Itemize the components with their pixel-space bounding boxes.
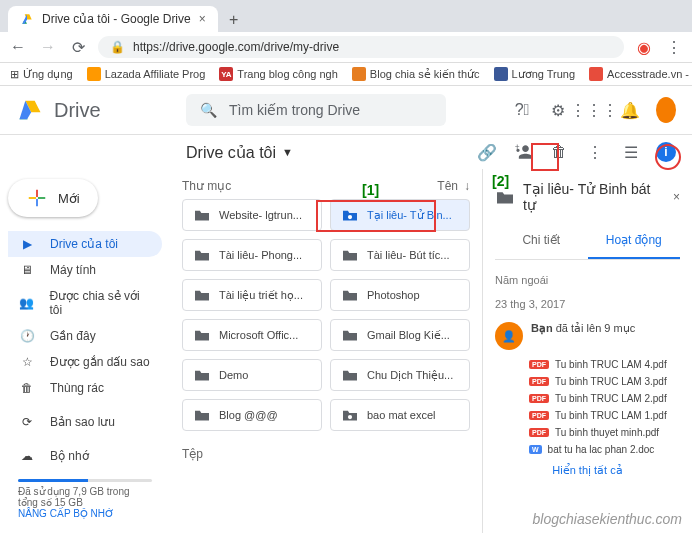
bookmark-icon bbox=[494, 67, 508, 81]
share-button[interactable]: + bbox=[512, 141, 534, 163]
svg-text:+: + bbox=[515, 142, 520, 152]
search-icon: 🔍 bbox=[200, 102, 217, 118]
tab-close-icon[interactable]: × bbox=[199, 12, 206, 26]
details-panel: Tại liêu- Tử Binh bát tự × Chi tiết Hoạt… bbox=[482, 169, 692, 533]
bookmark-icon: YA bbox=[219, 67, 233, 81]
notifications-button[interactable]: 🔔 bbox=[620, 100, 640, 120]
bookmarks-bar: ⊞Ứng dụng Lazada Affiliate Prog YATrang … bbox=[0, 63, 692, 86]
sidebar-item-backup[interactable]: ⟳Bản sao lưu bbox=[8, 409, 162, 435]
bookmark-item[interactable]: Blog chia sẻ kiến thức bbox=[352, 67, 480, 81]
new-button[interactable]: Mới bbox=[8, 179, 98, 217]
storage-info: Đã sử dụng 7,9 GB trong tổng số 15 GB NÂ… bbox=[8, 469, 162, 525]
backup-icon: ⟳ bbox=[18, 415, 36, 429]
sort-button[interactable]: Tên↓ bbox=[437, 179, 470, 193]
folder-item[interactable]: Microsoft Offic... bbox=[182, 319, 322, 351]
activity-file-item[interactable]: PDFTu binh TRUC LAM 4.pdf bbox=[529, 356, 680, 373]
apps-button[interactable]: ⊞Ứng dụng bbox=[10, 68, 73, 81]
watermark: blogchiasekienthuc.com bbox=[533, 511, 682, 527]
folder-item[interactable]: Demo bbox=[182, 359, 322, 391]
file-type-badge: PDF bbox=[529, 394, 549, 403]
plus-icon bbox=[26, 187, 48, 209]
settings-button[interactable]: ⚙ bbox=[548, 100, 568, 120]
chevron-down-icon: ▼ bbox=[282, 146, 293, 158]
activity-file-item[interactable]: PDFTu binh TRUC LAM 2.pdf bbox=[529, 390, 680, 407]
folder-item[interactable]: Website- lgtrun... bbox=[182, 199, 322, 231]
forward-button[interactable]: → bbox=[38, 37, 58, 57]
folder-item[interactable]: Blog @@@ bbox=[182, 399, 322, 431]
close-button[interactable]: × bbox=[673, 190, 680, 204]
bookmark-icon bbox=[87, 67, 101, 81]
activity-file-item[interactable]: Wbat tu ha lac phan 2.doc bbox=[529, 441, 680, 458]
delete-button[interactable]: 🗑 bbox=[548, 141, 570, 163]
folder-icon bbox=[193, 368, 211, 382]
reload-button[interactable]: ⟳ bbox=[68, 37, 88, 57]
upgrade-link[interactable]: NÂNG CẤP BỘ NHỚ bbox=[18, 508, 152, 519]
drive-logo[interactable]: Drive bbox=[16, 96, 166, 124]
folder-item[interactable]: Tài liêu- Phong... bbox=[182, 239, 322, 271]
arrow-down-icon: ↓ bbox=[464, 179, 470, 193]
url-text: https://drive.google.com/drive/my-drive bbox=[133, 40, 339, 54]
drive-header: Drive 🔍 Tìm kiếm trong Drive ?⃝ ⚙ ⋮⋮⋮ 🔔 bbox=[0, 86, 692, 135]
folder-icon bbox=[341, 368, 359, 382]
browser-tab[interactable]: Drive của tôi - Google Drive × bbox=[8, 6, 218, 32]
drive-title: Drive bbox=[54, 99, 101, 122]
activity-date: 23 thg 3, 2017 bbox=[495, 292, 680, 316]
new-tab-button[interactable]: + bbox=[222, 8, 246, 32]
show-all-link[interactable]: Hiển thị tất cả bbox=[495, 458, 680, 483]
sidebar-item-shared[interactable]: 👥Được chia sẻ với tôi bbox=[8, 283, 162, 323]
bookmark-item[interactable]: Lương Trung bbox=[494, 67, 576, 81]
apps-grid-button[interactable]: ⋮⋮⋮ bbox=[584, 100, 604, 120]
folder-icon bbox=[341, 248, 359, 262]
svg-point-1 bbox=[348, 215, 352, 219]
activity-file-item[interactable]: PDFTu binh TRUC LAM 1.pdf bbox=[529, 407, 680, 424]
file-area: Thư mục Tên↓ Website- lgtrun...Tại liêu-… bbox=[170, 169, 482, 533]
file-type-badge: W bbox=[529, 445, 542, 454]
address-bar[interactable]: 🔒 https://drive.google.com/drive/my-driv… bbox=[98, 36, 624, 58]
sidebar: Mới ▶Drive của tôi 🖥Máy tính 👥Được chia … bbox=[0, 169, 170, 533]
tab-details[interactable]: Chi tiết bbox=[495, 223, 588, 259]
folder-item[interactable]: Tại liêu- Tử Bin... bbox=[330, 199, 470, 231]
folder-item[interactable]: Tài liêu- Bút tíc... bbox=[330, 239, 470, 271]
activity-year: Năm ngoái bbox=[495, 268, 680, 292]
search-input[interactable]: 🔍 Tìm kiếm trong Drive bbox=[186, 94, 446, 126]
bookmark-item[interactable]: Accesstrade.vn - H bbox=[589, 67, 692, 81]
folder-icon bbox=[341, 328, 359, 342]
extension-icon[interactable]: ◉ bbox=[634, 37, 654, 57]
cloud-icon: ☁ bbox=[18, 449, 36, 463]
sidebar-item-trash[interactable]: 🗑Thùng rác bbox=[8, 375, 162, 401]
browser-chrome: Drive của tôi - Google Drive × + ← → ⟳ 🔒… bbox=[0, 0, 692, 86]
activity-file-item[interactable]: PDFTu binh thuyet minh.pdf bbox=[529, 424, 680, 441]
activity-file-item[interactable]: PDFTu binh TRUC LAM 3.pdf bbox=[529, 373, 680, 390]
section-files-label: Tệp bbox=[182, 447, 203, 461]
get-link-button[interactable]: 🔗 bbox=[476, 141, 498, 163]
info-button[interactable]: i bbox=[656, 142, 676, 162]
tab-activity[interactable]: Hoạt động bbox=[588, 223, 681, 259]
bookmark-item[interactable]: Lazada Affiliate Prog bbox=[87, 67, 206, 81]
file-type-badge: PDF bbox=[529, 377, 549, 386]
folder-item[interactable]: bao mat excel bbox=[330, 399, 470, 431]
folder-item[interactable]: Tài liệu triết họ... bbox=[182, 279, 322, 311]
folder-item[interactable]: Chu Dịch Thiệu... bbox=[330, 359, 470, 391]
file-type-badge: PDF bbox=[529, 360, 549, 369]
menu-icon[interactable]: ⋮ bbox=[664, 37, 684, 57]
back-button[interactable]: ← bbox=[8, 37, 28, 57]
sidebar-item-computers[interactable]: 🖥Máy tính bbox=[8, 257, 162, 283]
folder-item[interactable]: Photoshop bbox=[330, 279, 470, 311]
list-view-button[interactable]: ☰ bbox=[620, 141, 642, 163]
account-avatar[interactable] bbox=[656, 100, 676, 120]
computer-icon: 🖥 bbox=[18, 263, 36, 277]
more-button[interactable]: ⋮ bbox=[584, 141, 606, 163]
file-type-badge: PDF bbox=[529, 428, 549, 437]
sidebar-item-recent[interactable]: 🕐Gần đây bbox=[8, 323, 162, 349]
drive-logo-icon bbox=[16, 96, 44, 124]
sidebar-item-starred[interactable]: ☆Được gắn dấu sao bbox=[8, 349, 162, 375]
shared-folder-icon bbox=[341, 408, 359, 422]
folder-item[interactable]: Gmail Blog Kiế... bbox=[330, 319, 470, 351]
bookmark-item[interactable]: YATrang blog công ngh bbox=[219, 67, 338, 81]
folder-icon bbox=[495, 189, 515, 205]
breadcrumb[interactable]: Drive của tôi ▼ bbox=[186, 143, 293, 162]
sidebar-item-my-drive[interactable]: ▶Drive của tôi bbox=[8, 231, 162, 257]
folder-icon bbox=[193, 328, 211, 342]
sidebar-item-storage[interactable]: ☁Bộ nhớ bbox=[8, 443, 162, 469]
help-button[interactable]: ?⃝ bbox=[512, 100, 532, 120]
